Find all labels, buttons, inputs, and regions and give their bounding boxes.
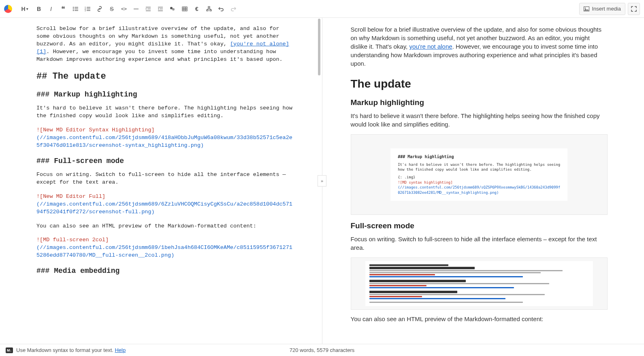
svg-point-20: [172, 8, 175, 11]
hr-button[interactable]: [130, 3, 142, 15]
svg-rect-18: [158, 11, 163, 11]
preview-h3: Markup highlighting: [351, 97, 608, 108]
ul-button[interactable]: [70, 3, 81, 15]
ol-button[interactable]: 123: [82, 3, 93, 15]
svg-rect-11: [87, 10, 90, 11]
svg-rect-3: [75, 9, 78, 9]
svg-rect-13: [146, 7, 151, 7]
status-bar: M↓ Use Markdown syntax to format your te…: [0, 344, 644, 356]
preview-paragraph: You can also see an HTML preview of the …: [351, 315, 608, 323]
svg-rect-26: [208, 6, 210, 8]
heading-dropdown[interactable]: H▾: [17, 3, 32, 15]
svg-point-4: [73, 10, 74, 11]
undo-button[interactable]: [215, 3, 227, 15]
outdent-button[interactable]: [155, 3, 166, 15]
editor-h2: ## The update: [36, 71, 294, 83]
svg-rect-15: [146, 11, 151, 11]
preview-paragraph: Focus on writing. Switch to full-screen …: [351, 235, 608, 252]
svg-rect-17: [160, 9, 163, 9]
editor-paragraph: Focus on writing. Switch to full-screen …: [36, 171, 294, 187]
status-help-text: Use Markdown syntax to format your text.…: [16, 347, 126, 353]
redo-button[interactable]: [228, 3, 239, 15]
fullscreen-button[interactable]: [628, 3, 640, 15]
special-char-button[interactable]: €: [191, 3, 203, 15]
toolbar-right: Insert media: [579, 3, 640, 15]
strike-button[interactable]: S: [106, 3, 117, 15]
italic-button[interactable]: I: [45, 3, 57, 15]
editor-paragraph: You can also see an HTML preview of the …: [36, 223, 294, 230]
insert-media-button[interactable]: Insert media: [579, 3, 625, 15]
insert-media-label: Insert media: [592, 6, 621, 12]
toolbar-left: H▾ B I ❝ 123 S <> €: [4, 3, 239, 15]
quote-button[interactable]: ❝: [58, 3, 69, 15]
svg-rect-5: [75, 10, 78, 11]
editor-paragraph: Scroll below for a brief illustrative ov…: [36, 25, 294, 63]
svg-text:3: 3: [85, 9, 86, 12]
status-counts: 720 words, 5579 characters: [290, 347, 354, 353]
preview-link[interactable]: you're not alone: [409, 43, 452, 50]
table-button[interactable]: [179, 3, 190, 15]
editor-image-ref: ![New MD Editor Syntax Highlighting] (//…: [36, 127, 294, 150]
editor-image-ref: ![MD full-screen 2col] (//images.content…: [36, 236, 294, 259]
svg-rect-1: [75, 7, 78, 7]
preview-paragraph: It's hard to believe it wasn't there bef…: [351, 112, 608, 129]
svg-rect-27: [207, 10, 208, 11]
brand-logo: [4, 5, 12, 13]
preview-pane: Scroll below for a brief illustrative ov…: [322, 18, 644, 344]
svg-rect-12: [134, 9, 139, 9]
editor-h3: ### Markup highlighting: [36, 90, 294, 100]
preview-h3: Full-screen mode: [351, 221, 608, 232]
indent-button[interactable]: [143, 3, 154, 15]
svg-point-0: [73, 6, 74, 7]
markdown-editor-pane[interactable]: Scroll below for a brief illustrative ov…: [0, 18, 322, 344]
preview-h2: The update: [351, 76, 608, 92]
organize-button[interactable]: [203, 3, 215, 15]
svg-point-34: [585, 7, 586, 9]
svg-rect-28: [210, 10, 211, 11]
toolbar: H▾ B I ❝ 123 S <> € Insert media: [0, 0, 644, 18]
editor-image-ref: ![New MD Editor Full] (//images.contentf…: [36, 193, 294, 216]
markdown-icon: M↓: [6, 347, 13, 353]
svg-rect-16: [158, 7, 163, 7]
editor-h3: ### Media embedding: [36, 266, 294, 276]
editor-paragraph: It's hard to believe it wasn't there bef…: [36, 105, 294, 120]
main-area: Scroll below for a brief illustrative ov…: [0, 18, 644, 344]
code-button[interactable]: <>: [118, 3, 130, 15]
bold-button[interactable]: B: [33, 3, 45, 15]
help-link[interactable]: Help: [115, 347, 126, 353]
preview-image: [351, 257, 608, 310]
editor-h3: ### Full-screen mode: [36, 156, 294, 166]
link-button[interactable]: [94, 3, 105, 15]
svg-rect-14: [147, 9, 151, 9]
svg-point-2: [73, 8, 74, 9]
fullscreen-icon: [631, 6, 637, 12]
svg-rect-21: [182, 7, 187, 11]
svg-rect-9: [87, 9, 90, 9]
preview-paragraph: Scroll below for a brief illustrative ov…: [351, 25, 608, 68]
preview-image: ### Markup highlighting It's hard to bel…: [351, 134, 608, 215]
scrollbar-thumb[interactable]: [318, 19, 320, 75]
embed-button[interactable]: [167, 3, 178, 15]
svg-rect-7: [87, 7, 90, 7]
svg-point-19: [170, 7, 173, 9]
collapse-splitter-button[interactable]: »: [318, 175, 326, 187]
image-icon: [584, 6, 589, 11]
